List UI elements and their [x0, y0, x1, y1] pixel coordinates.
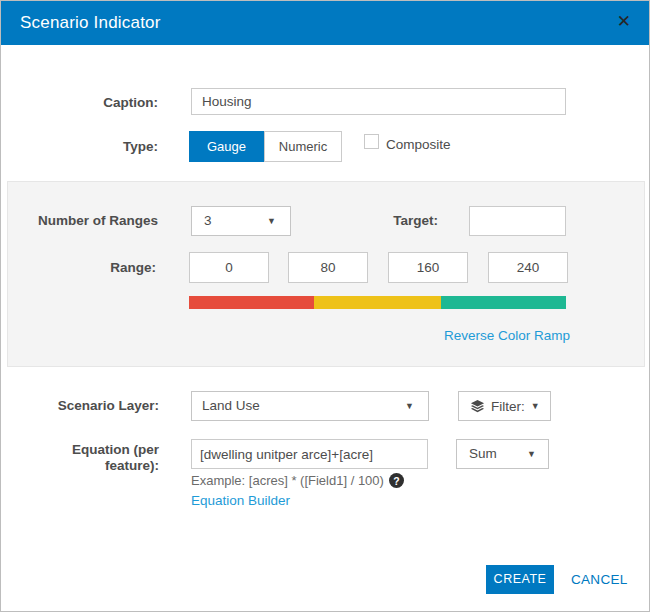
caption-label: Caption:: [21, 95, 158, 110]
aggregation-value: Sum: [469, 446, 497, 461]
color-ramp: [189, 296, 566, 309]
number-of-ranges-value: 3: [204, 213, 212, 228]
filter-button[interactable]: Filter: ▼: [458, 391, 551, 421]
chevron-down-icon: ▼: [405, 392, 414, 420]
composite-label: Composite: [386, 137, 451, 152]
equation-label-line2: feature):: [22, 458, 159, 474]
equation-label: Equation (per feature):: [22, 442, 159, 474]
caption-input[interactable]: [191, 88, 566, 115]
equation-example-text: Example: [acres] * ([Field1] / 100): [191, 473, 384, 488]
target-label: Target:: [301, 213, 438, 228]
number-of-ranges-dropdown[interactable]: 3 ▼: [191, 206, 291, 236]
dialog-header: Scenario Indicator ✕: [1, 1, 649, 45]
range-input-1[interactable]: [189, 252, 269, 283]
ramp-segment-yellow: [314, 296, 441, 309]
scenario-layer-label: Scenario Layer:: [22, 398, 159, 413]
equation-builder-link[interactable]: Equation Builder: [191, 493, 290, 508]
range-label: Range:: [19, 260, 156, 275]
chevron-down-icon: ▼: [527, 440, 536, 468]
scenario-layer-dropdown[interactable]: Land Use ▼: [191, 391, 429, 421]
chevron-down-icon: ▼: [267, 207, 276, 235]
scenario-layer-value: Land Use: [202, 398, 260, 413]
filter-label: Filter:: [491, 399, 525, 414]
layers-icon: [470, 399, 485, 414]
ramp-segment-green: [441, 296, 566, 309]
range-input-3[interactable]: [388, 252, 468, 283]
close-icon[interactable]: ✕: [615, 1, 633, 45]
aggregation-dropdown[interactable]: Sum ▼: [456, 439, 549, 469]
number-of-ranges-label: Number of Ranges: [21, 213, 158, 228]
scenario-indicator-dialog: Scenario Indicator ✕ Caption: Type: Gaug…: [0, 0, 650, 612]
composite-checkbox[interactable]: [364, 134, 379, 149]
type-numeric-button[interactable]: Numeric: [264, 131, 342, 162]
type-gauge-button[interactable]: Gauge: [189, 131, 264, 162]
type-label: Type:: [21, 139, 158, 154]
cancel-button[interactable]: CANCEL: [571, 572, 628, 587]
create-button[interactable]: CREATE: [486, 565, 554, 594]
reverse-color-ramp-link[interactable]: Reverse Color Ramp: [444, 328, 570, 343]
dialog-title: Scenario Indicator: [20, 1, 161, 45]
ramp-segment-red: [189, 296, 314, 309]
target-input[interactable]: [469, 206, 566, 236]
help-icon[interactable]: ?: [389, 473, 404, 488]
equation-example: Example: [acres] * ([Field1] / 100) ?: [191, 473, 404, 488]
range-input-4[interactable]: [488, 252, 568, 283]
equation-input[interactable]: [191, 439, 428, 469]
equation-label-line1: Equation (per: [22, 442, 159, 458]
chevron-down-icon: ▼: [531, 401, 540, 411]
range-input-2[interactable]: [288, 252, 368, 283]
